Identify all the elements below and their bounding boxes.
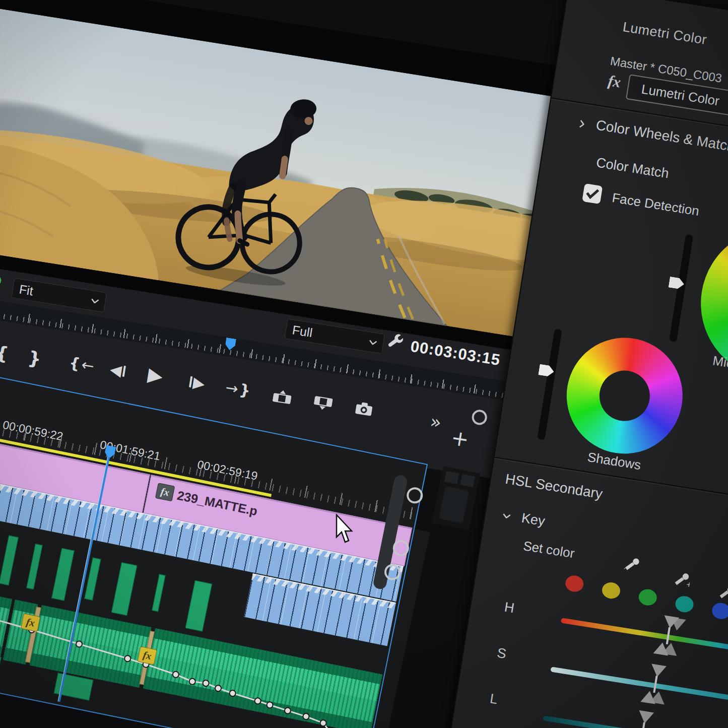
eyedropper-plus-icon[interactable]: + [672, 568, 692, 587]
step-forward-button[interactable]: ▶ [188, 374, 206, 391]
color-swatch-yellow[interactable] [601, 581, 622, 600]
audio-clip-segment[interactable] [111, 562, 138, 616]
premiere-pro-screenshot: Fit Full 00:03:03:15 { } {← ◀ ▶ ▶ →} [0, 0, 728, 728]
audio-clip-segment[interactable] [26, 544, 43, 589]
saturation-label: S [496, 645, 507, 661]
extract-button[interactable] [313, 395, 333, 412]
clip-name-label: 239_MATTE.p [176, 488, 259, 519]
saturation-slider-handles[interactable] [639, 663, 670, 706]
status-green-dot [0, 275, 2, 286]
section-color-match[interactable]: Color Match [595, 155, 670, 181]
fx-badge-icon: fx [21, 613, 40, 632]
settings-wrench-icon[interactable] [386, 332, 405, 350]
midtones-label: Midtones [711, 353, 728, 376]
hue-label: H [503, 600, 515, 617]
hue-slider-handles[interactable] [653, 615, 684, 657]
fx-badge-icon: fx [155, 483, 175, 501]
fx-badge-icon: fx [137, 646, 157, 665]
color-swatch-green[interactable] [637, 588, 658, 607]
playback-resolution-value: Full [291, 322, 313, 340]
audio-clip-segment[interactable] [0, 535, 19, 585]
color-swatch-teal[interactable] [674, 595, 695, 614]
face-detection-checkbox[interactable] [582, 183, 603, 204]
hsl-key-label[interactable]: Key [520, 510, 546, 530]
mouse-cursor [333, 514, 355, 545]
go-to-out-button[interactable]: →} [224, 380, 251, 399]
scrollbar-end-handle[interactable] [471, 409, 488, 426]
eyedropper-icon[interactable] [623, 553, 642, 573]
chevron-down-icon [369, 340, 377, 345]
fx-icon: fx [607, 72, 622, 91]
luma-label: L [489, 691, 499, 707]
chevron-right-icon[interactable] [579, 120, 584, 128]
midtones-level-slider[interactable] [669, 234, 693, 343]
svg-text:+: + [686, 580, 692, 587]
color-swatch-blue[interactable] [711, 602, 728, 620]
zoom-level-value: Fit [18, 282, 34, 298]
set-color-label: Set color [522, 538, 575, 562]
panel-title: Lumetri Color [622, 19, 708, 48]
export-frame-camera-button[interactable] [354, 401, 374, 417]
shadows-level-slider[interactable] [537, 328, 562, 440]
mark-in-button[interactable]: { [0, 344, 10, 364]
step-back-button[interactable]: ◀ [109, 362, 126, 379]
eyedropper-minus-icon[interactable]: - [717, 581, 728, 601]
audio-clip-segment[interactable] [51, 548, 75, 601]
saturation-range-slider[interactable] [550, 667, 728, 709]
audio-clip-segment[interactable] [152, 574, 165, 612]
luma-slider-handles[interactable] [627, 709, 657, 728]
go-to-in-button[interactable]: {← [68, 355, 95, 374]
chevron-down-icon[interactable] [502, 513, 511, 519]
shadows-color-wheel[interactable] [558, 329, 691, 462]
hsl-secondary-title[interactable]: HSL Secondary [504, 471, 604, 502]
scrollbar-button[interactable] [444, 471, 459, 484]
button-editor-more-button[interactable]: » [429, 412, 442, 432]
scrollbar-end-handle[interactable] [405, 486, 424, 505]
audio-clip-segment[interactable] [185, 580, 213, 632]
effect-name: Lumetri Color [640, 81, 720, 109]
lift-button[interactable] [272, 388, 292, 405]
mark-out-button[interactable]: } [27, 349, 42, 369]
panel-gap [432, 466, 480, 531]
scrollbar-button[interactable] [460, 474, 475, 488]
add-button[interactable]: + [449, 427, 470, 450]
color-swatch-red[interactable] [564, 574, 585, 593]
scrollbar-track[interactable] [439, 486, 469, 523]
check-icon [582, 183, 603, 204]
hue-range-slider[interactable] [561, 618, 728, 660]
chevron-down-icon [91, 298, 99, 303]
play-button[interactable]: ▶ [147, 365, 164, 386]
face-detection-label: Face Detection [611, 190, 701, 219]
